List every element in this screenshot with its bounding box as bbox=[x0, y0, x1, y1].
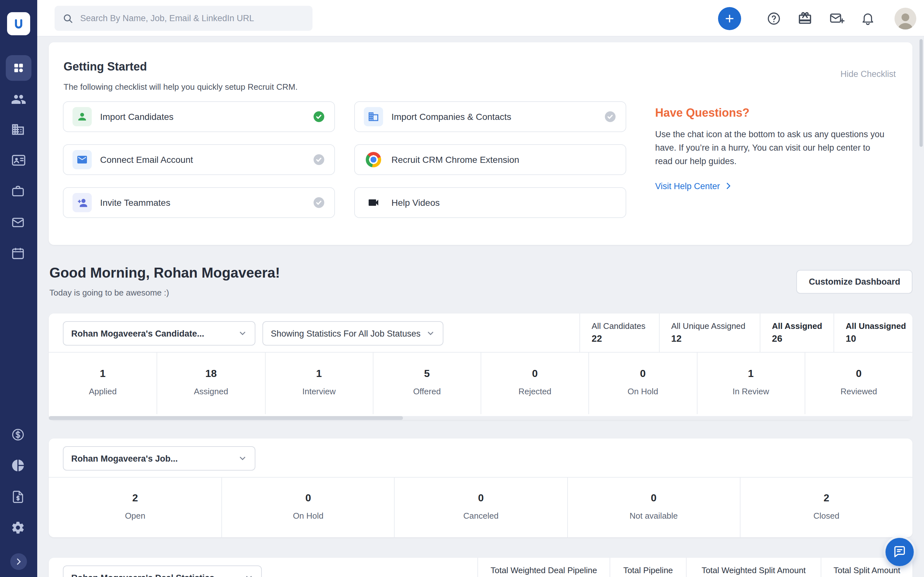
sidebar-item-deals[interactable] bbox=[11, 428, 26, 443]
checklist-item-label: Help Videos bbox=[391, 197, 440, 208]
email-invite-button[interactable] bbox=[829, 11, 845, 26]
chevron-right-icon bbox=[14, 557, 23, 566]
sidebar-item-companies[interactable] bbox=[11, 122, 26, 138]
getting-started-subtitle: The following checklist will help you qu… bbox=[63, 82, 298, 92]
deal-col-weighted-split: Total Weighted Split Amount bbox=[686, 558, 821, 577]
checklist-item-label: Invite Teammates bbox=[100, 197, 170, 208]
job-stats-card: Rohan Mogaveera's Job... 2 Open 0 On Hol… bbox=[49, 438, 913, 537]
job-status-filter-dropdown[interactable]: Showing Statistics For All Job Statuses bbox=[262, 321, 443, 346]
horizontal-scrollbar-thumb[interactable] bbox=[49, 416, 403, 420]
help-button[interactable] bbox=[766, 11, 782, 26]
candidate-summary-row: All Candidates 22 All Unique Assigned 12… bbox=[580, 314, 913, 353]
candidate-filter-value: Rohan Mogaveera's Candidate... bbox=[71, 329, 204, 338]
candidate-stage-stats: 1 Applied 18 Assigned 1 Interview 5 Offe… bbox=[49, 353, 913, 414]
dashboard-grid-icon bbox=[12, 61, 25, 74]
topbar-actions bbox=[718, 0, 916, 37]
checklist-item-import-companies[interactable]: Import Companies & Contacts bbox=[354, 101, 626, 132]
stage-on-hold[interactable]: 0 On Hold bbox=[589, 353, 697, 414]
job-stage-not-available[interactable]: 0 Not available bbox=[567, 478, 740, 537]
main-content: Getting Started The following checklist … bbox=[37, 37, 924, 577]
quick-add-button[interactable] bbox=[718, 7, 741, 30]
horizontal-scrollbar[interactable] bbox=[49, 416, 913, 420]
greeting-subtitle: Today is going to be awesome :) bbox=[49, 288, 169, 298]
invoice-icon bbox=[11, 490, 25, 504]
sidebar-collapse-button[interactable] bbox=[10, 553, 27, 570]
checklist-item-chrome-extension[interactable]: Recruit CRM Chrome Extension bbox=[354, 144, 626, 175]
greeting-title: Good Morning, Rohan Mogaveera! bbox=[49, 265, 280, 282]
job-filter-dropdown[interactable]: Rohan Mogaveera's Job... bbox=[63, 446, 255, 471]
checklist-item-connect-email[interactable]: Connect Email Account bbox=[63, 144, 335, 175]
summary-all-assigned: All Assigned 26 bbox=[760, 314, 834, 353]
stage-rejected[interactable]: 0 Rejected bbox=[481, 353, 589, 414]
candidate-filter-dropdown[interactable]: Rohan Mogaveera's Candidate... bbox=[63, 321, 255, 346]
rewards-button[interactable] bbox=[798, 11, 813, 26]
customize-dashboard-button[interactable]: Customize Dashboard bbox=[796, 270, 913, 293]
job-stage-on-hold[interactable]: 0 On Hold bbox=[221, 478, 394, 537]
getting-started-card: Getting Started The following checklist … bbox=[49, 42, 913, 245]
chevron-down-icon bbox=[426, 329, 435, 338]
job-stage-canceled[interactable]: 0 Canceled bbox=[394, 478, 567, 537]
job-filter-value: Rohan Mogaveera's Job... bbox=[71, 454, 178, 463]
checklist-item-invite-teammates[interactable]: Invite Teammates bbox=[63, 187, 335, 218]
gift-icon bbox=[798, 11, 813, 25]
sidebar-item-settings[interactable] bbox=[11, 521, 26, 536]
sidebar-item-candidates[interactable] bbox=[11, 92, 26, 107]
stage-in-review[interactable]: 1 In Review bbox=[696, 353, 804, 414]
vertical-scrollbar[interactable] bbox=[919, 39, 923, 147]
check-pending-icon bbox=[312, 153, 325, 166]
summary-all-unassigned: All Unassigned 10 bbox=[834, 314, 913, 353]
bell-icon bbox=[861, 11, 875, 25]
question-circle-icon bbox=[766, 11, 782, 26]
recruit-crm-logo[interactable] bbox=[7, 12, 30, 35]
chat-bubble-icon bbox=[893, 545, 907, 559]
sidebar-item-reports[interactable] bbox=[11, 458, 26, 474]
logo-mark-icon bbox=[11, 17, 26, 31]
plus-icon bbox=[724, 13, 735, 24]
chat-widget-button[interactable] bbox=[885, 538, 914, 566]
stage-offered[interactable]: 5 Offered bbox=[373, 353, 481, 414]
search-input[interactable] bbox=[80, 13, 305, 23]
hide-checklist-link[interactable]: Hide Checklist bbox=[840, 69, 896, 79]
checklist-item-label: Connect Email Account bbox=[100, 155, 193, 165]
sidebar-item-invoices[interactable] bbox=[11, 490, 26, 505]
checklist-item-import-candidates[interactable]: Import Candidates bbox=[63, 101, 335, 132]
sidebar-item-dashboard[interactable] bbox=[6, 55, 31, 81]
have-questions-body: Use the chat icon at the bottom to ask u… bbox=[655, 128, 887, 169]
sidebar-item-email[interactable] bbox=[11, 215, 26, 231]
building-icon bbox=[11, 122, 25, 137]
mail-plus-icon bbox=[829, 11, 845, 26]
user-avatar[interactable] bbox=[895, 7, 916, 29]
job-status-filter-value: Showing Statistics For All Job Statuses bbox=[271, 329, 421, 338]
sidebar-item-contacts[interactable] bbox=[11, 153, 26, 168]
chevron-down-icon bbox=[238, 329, 247, 338]
envelope-icon bbox=[11, 215, 25, 229]
stage-reviewed[interactable]: 0 Reviewed bbox=[804, 353, 913, 414]
visit-help-center-link[interactable]: Visit Help Center bbox=[655, 181, 887, 191]
notifications-button[interactable] bbox=[861, 11, 876, 26]
getting-started-title: Getting Started bbox=[63, 60, 147, 74]
person-add-icon bbox=[73, 193, 92, 212]
check-pending-icon bbox=[312, 196, 325, 209]
search-icon bbox=[62, 13, 74, 24]
sidebar bbox=[0, 0, 37, 577]
contact-card-icon bbox=[11, 153, 26, 168]
job-stage-open[interactable]: 2 Open bbox=[49, 478, 221, 537]
deal-columns: Total Weighted Deal Pipeline Total Pipel… bbox=[477, 558, 913, 577]
checklist-item-label: Recruit CRM Chrome Extension bbox=[391, 155, 519, 165]
checklist-item-label: Import Candidates bbox=[100, 111, 174, 122]
global-search[interactable] bbox=[55, 6, 312, 31]
check-pending-icon bbox=[604, 110, 617, 123]
stage-applied[interactable]: 1 Applied bbox=[49, 353, 157, 414]
deal-col-weighted-pipeline: Total Weighted Deal Pipeline bbox=[477, 558, 610, 577]
checklist-item-help-videos[interactable]: Help Videos bbox=[354, 187, 626, 218]
deal-filter-dropdown[interactable]: Rohan Mogaveera's Deal Statistics bbox=[63, 566, 262, 577]
have-questions-block: Have Questions? Use the chat icon at the… bbox=[655, 106, 887, 191]
person-icon bbox=[73, 107, 92, 126]
candidate-stats-header: Rohan Mogaveera's Candidate... Showing S… bbox=[49, 314, 913, 353]
sidebar-item-jobs[interactable] bbox=[11, 184, 26, 199]
candidate-stats-card: Rohan Mogaveera's Candidate... Showing S… bbox=[49, 314, 913, 420]
stage-assigned[interactable]: 18 Assigned bbox=[157, 353, 265, 414]
sidebar-item-calendar[interactable] bbox=[11, 246, 26, 261]
job-stage-closed[interactable]: 2 Closed bbox=[740, 478, 913, 537]
stage-interview[interactable]: 1 Interview bbox=[265, 353, 373, 414]
